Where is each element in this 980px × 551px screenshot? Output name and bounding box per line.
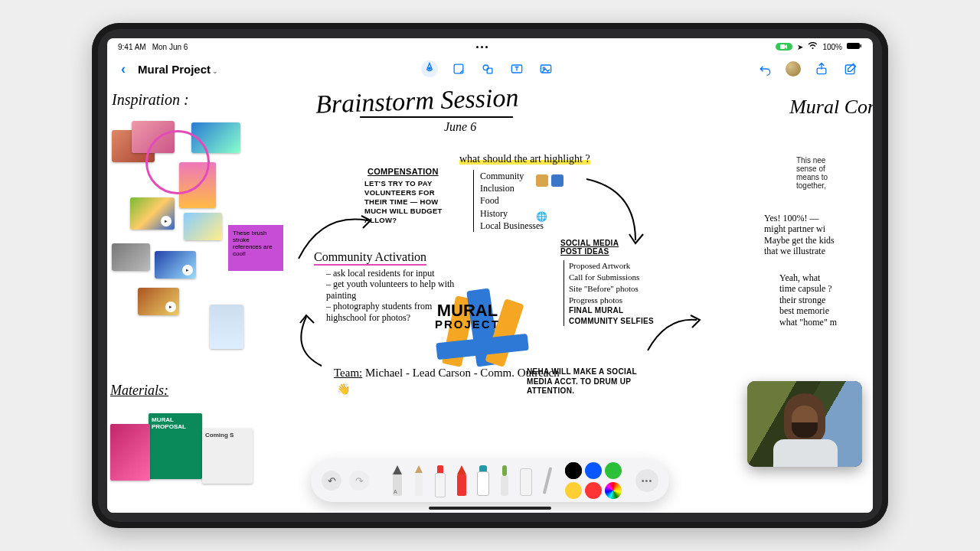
thumb-photo[interactable]	[210, 305, 243, 349]
arrow-sketch	[291, 205, 383, 282]
board-subtitle: June 6	[444, 119, 476, 134]
undo-icon[interactable]	[756, 60, 773, 77]
svg-rect-3	[860, 44, 861, 47]
compose-icon[interactable]	[842, 60, 859, 77]
status-date: Mon Jun 6	[152, 43, 188, 51]
svg-point-1	[812, 47, 814, 49]
tool-pencil[interactable]	[412, 465, 426, 496]
arrow-sketch	[283, 312, 337, 373]
collaborator-avatar[interactable]	[786, 61, 801, 77]
fist-emoji	[551, 174, 564, 187]
pen-tip-icon[interactable]	[421, 60, 438, 77]
dock-undo-button[interactable]: ↶	[322, 471, 341, 491]
tool-paint[interactable]	[476, 465, 490, 496]
list-highlight: Community Inclusion Food History Local B…	[473, 170, 544, 232]
mural-logo-text: MURAL PROJECT	[435, 303, 500, 330]
heading-materials: Materials:	[110, 383, 168, 399]
svg-rect-0	[780, 44, 785, 49]
tool-eraser[interactable]	[519, 465, 533, 496]
title-underline	[360, 116, 513, 118]
freeform-canvas[interactable]: Inspiration : ▸ ▸ ▸ These brush stroke r…	[107, 83, 873, 513]
list-social: Proposed Artwork Call for Submissions Si…	[564, 260, 654, 326]
heading-highlight: what should the art highlight ?	[459, 153, 590, 166]
swatch-yellow[interactable]	[565, 482, 582, 499]
swatch-blue[interactable]	[585, 462, 602, 479]
shapes-icon[interactable]	[479, 60, 496, 77]
board-title[interactable]: Mural Project⌄	[138, 63, 218, 76]
tool-brush[interactable]	[498, 465, 511, 496]
play-icon: ▸	[161, 216, 172, 227]
hand-emoji: 👋	[337, 383, 350, 395]
sticky-note[interactable]: These brush stroke references are cool!	[228, 225, 283, 271]
battery-pct: 100%	[822, 43, 842, 51]
text-right-yeah: Yeah, what time capsule ? their stronge …	[779, 272, 871, 328]
board-main-title: Brainstorm Session	[315, 83, 519, 120]
location-icon: ➤	[797, 43, 803, 51]
chevron-down-icon: ⌄	[212, 67, 218, 75]
text-neha: NEHA WILL MAKE A SOCIAL MEDIA ACCT. TO D…	[527, 367, 649, 396]
heading-inspiration: Inspiration :	[112, 90, 189, 109]
tool-pen[interactable]: A	[390, 465, 404, 496]
svg-point-4	[428, 67, 430, 70]
book-art[interactable]	[110, 424, 150, 481]
thumb-video[interactable]: ▸	[155, 251, 196, 279]
book-coming[interactable]: Coming S	[202, 429, 253, 484]
thumb-video[interactable]: ▸	[130, 197, 175, 230]
tool-dock: ↶ ↷ A	[311, 459, 669, 502]
color-swatches	[565, 462, 622, 499]
facetime-pip[interactable]	[747, 381, 862, 467]
heading-compensation: COMPENSATION	[368, 167, 439, 176]
text-right-para: This nee sense of means to together,	[796, 156, 870, 190]
heading-right: Mural Con	[789, 95, 873, 119]
ipad-screen: 9:41 AM Mon Jun 6 ➤ 100%	[107, 38, 873, 513]
navbar: ‹ Mural Project⌄	[107, 55, 873, 83]
tool-marker[interactable]	[433, 465, 447, 496]
globe-emoji: 🌐	[536, 211, 547, 222]
dock-more-button[interactable]: •••	[635, 469, 658, 492]
fist-emoji	[536, 174, 548, 187]
thumb-photo[interactable]	[112, 243, 150, 271]
swatch-rainbow[interactable]	[605, 482, 622, 499]
book-mural-proposal[interactable]: MURAL PROPOSAL	[149, 413, 202, 479]
swatch-red[interactable]	[585, 482, 602, 499]
thumb-photo[interactable]	[184, 213, 222, 240]
arrow-sketch	[643, 312, 704, 366]
status-bar: 9:41 AM Mon Jun 6 ➤ 100%	[107, 38, 873, 55]
swatch-green[interactable]	[605, 462, 622, 479]
tool-crayon[interactable]	[455, 465, 469, 496]
status-time: 9:41 AM	[118, 43, 146, 51]
swatch-black[interactable]	[565, 462, 582, 479]
svg-rect-2	[847, 43, 860, 49]
arrow-sketch	[582, 174, 658, 251]
tool-ruler[interactable]	[541, 465, 551, 496]
photo-icon[interactable]	[537, 60, 554, 77]
back-button[interactable]: ‹	[121, 61, 126, 77]
facetime-pill[interactable]	[776, 43, 792, 51]
text-right-yes: Yes! 100%! — might partner wi Maybe get …	[764, 213, 871, 257]
home-indicator[interactable]	[429, 507, 551, 510]
wifi-icon	[808, 42, 818, 51]
highlight-circle	[145, 130, 210, 194]
play-icon: ▸	[165, 302, 176, 312]
multitask-dots[interactable]	[476, 46, 488, 48]
share-icon[interactable]	[813, 60, 830, 77]
play-icon: ▸	[182, 265, 193, 276]
thumb-video[interactable]: ▸	[138, 288, 179, 315]
battery-icon	[847, 42, 862, 51]
ipad-frame: 9:41 AM Mon Jun 6 ➤ 100%	[92, 23, 888, 528]
heading-team: Team: Michael - Lead Carson - Comm. Outr…	[334, 366, 560, 380]
textbox-icon[interactable]	[508, 60, 525, 77]
dock-redo-button[interactable]: ↷	[349, 471, 369, 491]
sticky-note-icon[interactable]	[450, 60, 467, 77]
